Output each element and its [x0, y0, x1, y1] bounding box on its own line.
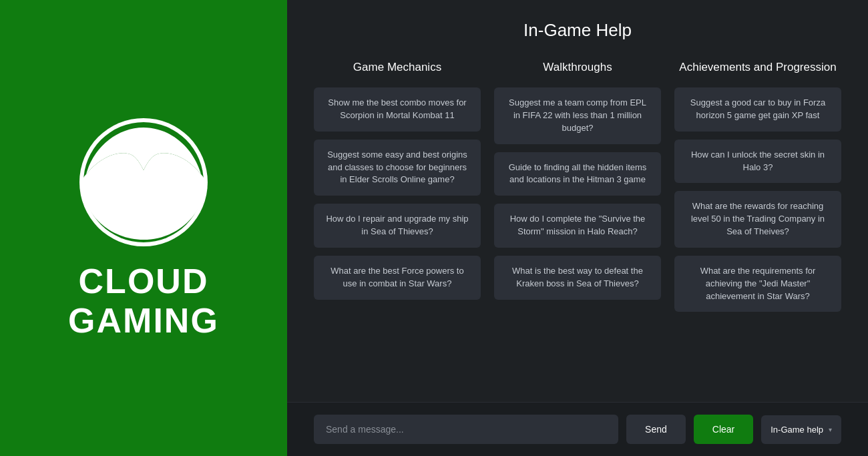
suggestion-card[interactable]: Suggest a good car to buy in Forza horiz…	[674, 87, 841, 132]
category-header-mechanics: Game Mechanics	[314, 61, 481, 74]
suggestion-card[interactable]: Suggest me a team comp from EPL in FIFA …	[494, 87, 661, 144]
send-button[interactable]: Send	[626, 415, 686, 444]
mode-dropdown[interactable]: In-Game help ▾	[761, 415, 841, 444]
suggestion-card[interactable]: How can I unlock the secret skin in Halo…	[674, 140, 841, 184]
suggestion-card[interactable]: What are the requirements for achieving …	[674, 256, 841, 312]
category-column-walkthroughs: Walkthroughs Suggest me a team comp from…	[494, 61, 661, 312]
suggestion-card[interactable]: How do I repair and upgrade my ship in S…	[314, 204, 481, 248]
brand-cloud: CLOUD	[79, 262, 209, 300]
bottom-bar: Send Clear In-Game help ▾	[287, 402, 868, 456]
chevron-down-icon: ▾	[829, 426, 832, 433]
suggestion-card[interactable]: What is the best way to defeat the Krake…	[494, 256, 661, 300]
suggestion-card[interactable]: Suggest some easy and best origins and c…	[314, 140, 481, 196]
left-panel: CLOUD GAMING	[0, 0, 287, 456]
message-input[interactable]	[314, 415, 618, 444]
categories-grid: Game Mechanics Show me the best combo mo…	[314, 61, 841, 312]
suggestion-card[interactable]: How do I complete the "Survive the Storm…	[494, 204, 661, 248]
dropdown-label: In-Game help	[771, 425, 823, 435]
category-header-walkthroughs: Walkthroughs	[494, 61, 661, 74]
category-column-achievements: Achievements and Progression Suggest a g…	[674, 61, 841, 312]
clear-button[interactable]: Clear	[694, 415, 753, 444]
category-column-mechanics: Game Mechanics Show me the best combo mo…	[314, 61, 481, 312]
suggestion-card[interactable]: What are the best Force powers to use in…	[314, 256, 481, 300]
page-title: In-Game Help	[314, 20, 841, 41]
right-panel: In-Game Help Game Mechanics Show me the …	[287, 0, 868, 456]
suggestion-card[interactable]: Show me the best combo moves for Scorpio…	[314, 87, 481, 132]
chat-content: In-Game Help Game Mechanics Show me the …	[287, 0, 868, 402]
brand-gaming: GAMING	[68, 300, 219, 340]
xbox-logo	[77, 116, 210, 249]
suggestion-card[interactable]: Guide to finding all the hidden items an…	[494, 152, 661, 196]
category-header-achievements: Achievements and Progression	[674, 61, 841, 74]
suggestion-card[interactable]: What are the rewards for reaching level …	[674, 191, 841, 248]
